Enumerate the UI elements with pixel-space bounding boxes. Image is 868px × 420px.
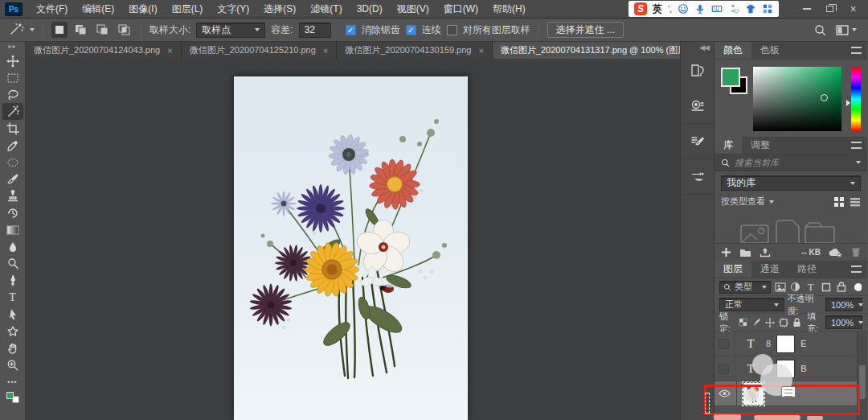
path-selection-tool[interactable]: [2, 306, 23, 323]
emoji-icon[interactable]: [678, 3, 689, 14]
menu-view[interactable]: 视图(V): [390, 2, 436, 16]
dodge-tool[interactable]: [2, 255, 23, 272]
custom-shape-tool[interactable]: [2, 323, 23, 340]
filter-type-layers-icon[interactable]: T: [805, 281, 817, 293]
foreground-color-swatch[interactable]: [721, 68, 740, 87]
new-selection-mode-button[interactable]: [51, 22, 68, 38]
menu-image[interactable]: 图像(I): [121, 2, 164, 16]
tab-adjustments[interactable]: 调整: [742, 137, 779, 154]
filter-smart-objects-icon[interactable]: [835, 281, 847, 293]
visibility-toggle[interactable]: [719, 364, 729, 374]
brush-settings-panel-button[interactable]: [681, 124, 714, 159]
menu-filter[interactable]: 滤镜(T): [303, 2, 349, 16]
tab-layers[interactable]: 图层: [714, 261, 751, 278]
layer-name[interactable]: B: [800, 364, 806, 373]
tab-swatches[interactable]: 色板: [751, 42, 788, 59]
menu-window[interactable]: 窗口(W): [436, 2, 485, 16]
history-brush-tool[interactable]: [2, 204, 23, 221]
menu-layer[interactable]: 图层(L): [165, 2, 211, 16]
close-tab-icon[interactable]: ×: [323, 46, 328, 56]
lock-all-icon[interactable]: [792, 316, 802, 328]
type-layer-thumbnail[interactable]: T: [741, 334, 760, 353]
hand-tool[interactable]: [2, 340, 23, 356]
rectangular-marquee-tool[interactable]: [2, 69, 23, 86]
microphone-icon[interactable]: [694, 3, 706, 14]
sample-all-layers-checkbox[interactable]: [447, 25, 457, 35]
crop-tool[interactable]: [2, 120, 23, 137]
lock-transparency-icon[interactable]: [738, 316, 748, 328]
lock-pixels-icon[interactable]: [751, 316, 762, 328]
blend-mode-select[interactable]: 正常: [719, 298, 784, 311]
toolbar-collapse-handle[interactable]: ▸▸: [8, 43, 16, 52]
close-button[interactable]: ×: [841, 0, 865, 18]
new-group-folder-icon[interactable]: [739, 248, 751, 257]
ime-punctuation-toggle[interactable]: ’,: [668, 5, 672, 14]
close-tab-icon[interactable]: ×: [478, 46, 483, 56]
saturation-brightness-field[interactable]: [753, 67, 841, 131]
move-tool[interactable]: [2, 52, 23, 69]
dock-collapse-button[interactable]: ◀◀: [681, 42, 714, 53]
pen-tool[interactable]: [2, 272, 23, 289]
tab-paths[interactable]: 路径: [788, 261, 825, 278]
filter-pixel-layers-icon[interactable]: [774, 281, 786, 293]
search-icon[interactable]: [814, 24, 826, 36]
sogou-logo-icon[interactable]: S: [634, 2, 647, 15]
add-library-item-icon[interactable]: [721, 247, 731, 257]
magic-wand-tool-icon[interactable]: [8, 23, 24, 37]
view-by-type-label[interactable]: 按类型查看: [721, 196, 765, 208]
libraries-panel-menu-button[interactable]: [845, 137, 867, 154]
layer-mask-thumbnail[interactable]: [776, 335, 795, 353]
add-to-selection-mode-button[interactable]: [73, 22, 89, 38]
color-panel-menu-button[interactable]: [845, 42, 867, 59]
minimize-button[interactable]: [795, 0, 818, 18]
list-view-icon[interactable]: [850, 196, 861, 208]
tab-libraries[interactable]: 库: [714, 137, 742, 154]
intersect-selection-mode-button[interactable]: [117, 22, 133, 38]
lock-position-icon[interactable]: [765, 316, 776, 328]
toolbox-icon[interactable]: [762, 3, 773, 14]
restore-button[interactable]: [818, 0, 841, 18]
tolerance-input[interactable]: 32: [299, 23, 331, 38]
close-tab-icon[interactable]: ×: [167, 46, 172, 56]
hue-slider[interactable]: [851, 67, 861, 131]
tab-color[interactable]: 颜色: [714, 42, 751, 59]
type-tool[interactable]: T: [2, 289, 23, 306]
contiguous-checkbox[interactable]: ✓: [406, 25, 416, 35]
upload-icon[interactable]: [760, 247, 771, 257]
history-panel-button[interactable]: [681, 53, 714, 89]
gradient-tool[interactable]: [2, 221, 23, 238]
handwriting-icon[interactable]: [728, 3, 739, 14]
eyedropper-tool[interactable]: [2, 137, 23, 154]
layer-row-E[interactable]: T 8 E: [714, 331, 867, 356]
filter-toggle-icon[interactable]: [850, 281, 862, 293]
filter-adjustment-layers-icon[interactable]: [789, 281, 801, 293]
healing-brush-tool[interactable]: [2, 154, 23, 171]
menu-help[interactable]: 帮助(H): [485, 2, 533, 16]
layers-panel-menu-button[interactable]: [845, 261, 867, 278]
menu-3d[interactable]: 3D(D): [350, 3, 390, 14]
layer-name[interactable]: E: [800, 339, 806, 348]
subtract-from-selection-mode-button[interactable]: [95, 22, 111, 38]
tab-channels[interactable]: 通道: [751, 261, 788, 278]
menu-type[interactable]: 文字(Y): [210, 2, 256, 16]
tool-preset-chevron-icon[interactable]: [30, 28, 35, 31]
select-and-mask-button[interactable]: 选择并遮住 ...: [547, 22, 624, 38]
anti-alias-checkbox[interactable]: ✓: [346, 25, 356, 35]
library-select[interactable]: 我的库: [721, 175, 861, 191]
clone-stamp-tool[interactable]: [2, 187, 23, 204]
filter-shape-layers-icon[interactable]: [820, 281, 832, 293]
document-tab-3[interactable]: 微信图片_20200704130159.png ×: [337, 42, 493, 59]
fill-input[interactable]: 100%: [825, 315, 862, 329]
brush-tool[interactable]: [2, 171, 23, 187]
visibility-toggle[interactable]: [719, 339, 729, 349]
document-tab-2[interactable]: 微信图片_20200704125210.png ×: [182, 42, 338, 59]
menu-file[interactable]: 文件(F): [29, 2, 75, 16]
library-search-field[interactable]: 搜索当前库: [714, 154, 867, 171]
properties-panel-button[interactable]: [681, 89, 714, 124]
blur-tool[interactable]: [2, 238, 23, 255]
zoom-tool[interactable]: [2, 356, 23, 373]
canvas-document[interactable]: [234, 76, 468, 420]
delete-trash-icon[interactable]: [851, 247, 861, 257]
opacity-input[interactable]: 100%: [825, 298, 862, 311]
pasteboard[interactable]: [26, 59, 680, 420]
